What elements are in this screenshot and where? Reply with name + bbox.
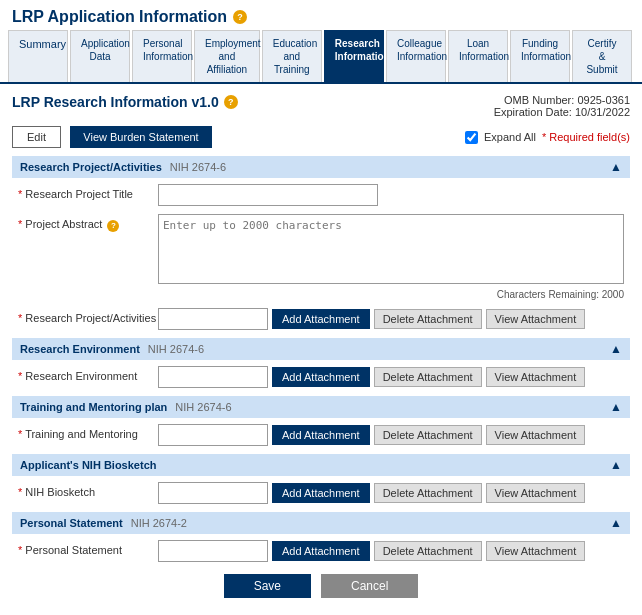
section-training-sub: NIH 2674-6 <box>175 401 231 413</box>
tab-education[interactable]: Education and Training <box>262 30 322 82</box>
personal-stmt-attach-group: Add Attachment Delete Attachment View At… <box>158 540 624 562</box>
form-title: LRP Research Information v1.0 ? <box>12 94 238 110</box>
training-delete-attachment[interactable]: Delete Attachment <box>374 425 482 445</box>
tab-navigation: Summary Application Data Personal Inform… <box>0 30 642 84</box>
training-add-attachment[interactable]: Add Attachment <box>272 425 370 445</box>
tab-application-data[interactable]: Application Data <box>70 30 130 82</box>
required-note: * Required field(s) <box>542 131 630 143</box>
tab-funding[interactable]: Funding Information <box>510 30 570 82</box>
research-env-add-attachment[interactable]: Add Attachment <box>272 367 370 387</box>
char-remaining: Characters Remaining: 2000 <box>158 289 624 300</box>
tab-personal-info[interactable]: Personal Information <box>132 30 192 82</box>
biosketch-view-attachment[interactable]: View Attachment <box>486 483 586 503</box>
research-project-attach-label: * Research Project/Activities <box>18 308 158 324</box>
section-personal-stmt-title: Personal Statement <box>20 517 123 529</box>
page-title: LRP Application Information <box>12 8 227 26</box>
project-abstract-row: * Project Abstract ? Characters Remainin… <box>12 214 630 300</box>
main-content: LRP Research Information v1.0 ? OMB Numb… <box>0 84 642 615</box>
edit-button[interactable]: Edit <box>12 126 61 148</box>
biosketch-row: * NIH Biosketch Add Attachment Delete At… <box>12 482 630 504</box>
section-training-title: Training and Mentoring plan <box>20 401 167 413</box>
tab-colleague[interactable]: Colleague Information <box>386 30 446 82</box>
training-view-attachment[interactable]: View Attachment <box>486 425 586 445</box>
personal-stmt-view-attachment[interactable]: View Attachment <box>486 541 586 561</box>
training-row: * Training and Mentoring Add Attachment … <box>12 424 630 446</box>
section-research-project-sub: NIH 2674-6 <box>170 161 226 173</box>
section-research-env-collapse[interactable]: ▲ <box>610 342 622 356</box>
section-biosketch-header: Applicant's NIH Biosketch ▲ <box>12 454 630 476</box>
research-project-add-attachment[interactable]: Add Attachment <box>272 309 370 329</box>
project-title-row: * Research Project Title <box>12 184 630 206</box>
section-research-env-header: Research Environment NIH 2674-6 ▲ <box>12 338 630 360</box>
research-env-row: * Research Environment Add Attachment De… <box>12 366 630 388</box>
training-attach-input[interactable] <box>158 424 268 446</box>
personal-stmt-row: * Personal Statement Add Attachment Dele… <box>12 540 630 562</box>
save-button[interactable]: Save <box>224 574 311 598</box>
project-abstract-textarea[interactable] <box>158 214 624 284</box>
action-row: Edit View Burden Statement Expand All * … <box>12 126 630 148</box>
section-personal-stmt-collapse[interactable]: ▲ <box>610 516 622 530</box>
biosketch-add-attachment[interactable]: Add Attachment <box>272 483 370 503</box>
tab-certify[interactable]: Certify & Submit <box>572 30 632 82</box>
biosketch-attach-group: Add Attachment Delete Attachment View At… <box>158 482 624 504</box>
section-biosketch-collapse[interactable]: ▲ <box>610 458 622 472</box>
section-training-collapse[interactable]: ▲ <box>610 400 622 414</box>
form-info-icon[interactable]: ? <box>224 95 238 109</box>
expand-all-label[interactable]: Expand All <box>484 131 536 143</box>
tab-summary[interactable]: Summary <box>8 30 68 82</box>
research-env-view-attachment[interactable]: View Attachment <box>486 367 586 387</box>
page-info-icon[interactable]: ? <box>233 10 247 24</box>
expand-all-checkbox[interactable] <box>465 131 478 144</box>
project-title-label: * Research Project Title <box>18 184 158 200</box>
tab-research[interactable]: Research Information <box>324 30 384 82</box>
page-title-bar: LRP Application Information ? <box>0 0 642 30</box>
research-env-label: * Research Environment <box>18 366 158 382</box>
research-project-view-attachment[interactable]: View Attachment <box>486 309 586 329</box>
section-research-env-sub: NIH 2674-6 <box>148 343 204 355</box>
research-project-delete-attachment[interactable]: Delete Attachment <box>374 309 482 329</box>
section-biosketch-title: Applicant's NIH Biosketch <box>20 459 156 471</box>
project-abstract-label: * Project Abstract ? <box>18 214 158 232</box>
project-title-input[interactable] <box>158 184 378 206</box>
research-project-attach-row: * Research Project/Activities Add Attach… <box>12 308 630 330</box>
section-training-header: Training and Mentoring plan NIH 2674-6 ▲ <box>12 396 630 418</box>
research-env-attach-group: Add Attachment Delete Attachment View At… <box>158 366 624 388</box>
section-research-project-title: Research Project/Activities <box>20 161 162 173</box>
expand-row: Expand All * Required field(s) <box>465 131 630 144</box>
edit-view-buttons: Edit View Burden Statement <box>12 126 212 148</box>
personal-stmt-add-attachment[interactable]: Add Attachment <box>272 541 370 561</box>
form-meta: OMB Number: 0925-0361 Expiration Date: 1… <box>494 94 630 118</box>
research-env-attach-input[interactable] <box>158 366 268 388</box>
project-abstract-wrapper: Characters Remaining: 2000 <box>158 214 624 300</box>
form-header: LRP Research Information v1.0 ? OMB Numb… <box>12 94 630 118</box>
section-research-project-collapse[interactable]: ▲ <box>610 160 622 174</box>
research-env-delete-attachment[interactable]: Delete Attachment <box>374 367 482 387</box>
bottom-buttons: Save Cancel <box>12 574 630 608</box>
research-project-attach-group: Add Attachment Delete Attachment View At… <box>158 308 624 330</box>
tab-employment[interactable]: Employment and Affiliation <box>194 30 260 82</box>
section-personal-stmt-header: Personal Statement NIH 2674-2 ▲ <box>12 512 630 534</box>
biosketch-delete-attachment[interactable]: Delete Attachment <box>374 483 482 503</box>
biosketch-attach-input[interactable] <box>158 482 268 504</box>
personal-stmt-label: * Personal Statement <box>18 540 158 556</box>
section-research-env-title: Research Environment <box>20 343 140 355</box>
section-personal-stmt-sub: NIH 2674-2 <box>131 517 187 529</box>
personal-stmt-attach-input[interactable] <box>158 540 268 562</box>
research-project-attach-input[interactable] <box>158 308 268 330</box>
biosketch-label: * NIH Biosketch <box>18 482 158 498</box>
training-label: * Training and Mentoring <box>18 424 158 440</box>
view-burden-button[interactable]: View Burden Statement <box>70 126 211 148</box>
personal-stmt-delete-attachment[interactable]: Delete Attachment <box>374 541 482 561</box>
section-research-project-header: Research Project/Activities NIH 2674-6 ▲ <box>12 156 630 178</box>
tab-loan[interactable]: Loan Information <box>448 30 508 82</box>
training-attach-group: Add Attachment Delete Attachment View At… <box>158 424 624 446</box>
project-abstract-help-icon[interactable]: ? <box>107 220 119 232</box>
cancel-button[interactable]: Cancel <box>321 574 418 598</box>
